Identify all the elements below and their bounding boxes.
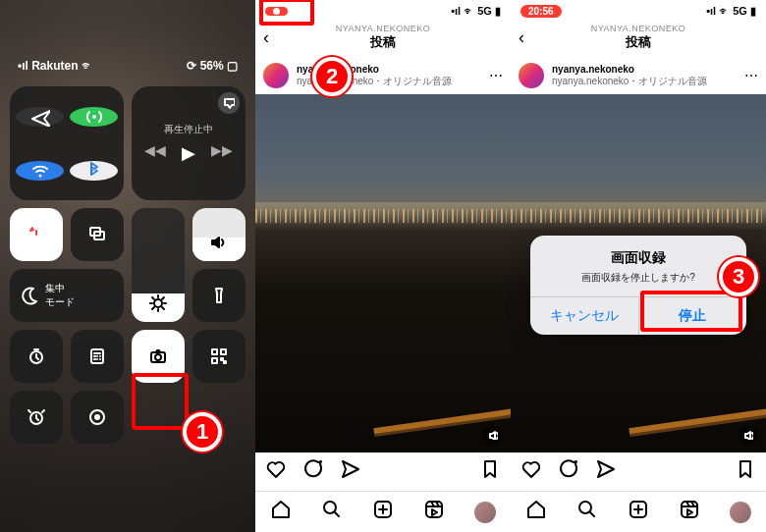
back-button[interactable]: ‹ — [519, 27, 524, 48]
svg-point-13 — [324, 502, 336, 513]
tab-reels[interactable] — [679, 499, 700, 525]
heart-icon — [265, 458, 287, 480]
flashlight[interactable] — [192, 269, 246, 322]
prev-button[interactable]: ◀◀ — [144, 142, 166, 164]
bookmark-icon — [479, 458, 501, 480]
speaker-icon — [209, 233, 229, 255]
connectivity-group — [10, 86, 124, 200]
screen-mirroring[interactable] — [71, 208, 124, 261]
tab-search[interactable] — [576, 499, 598, 525]
tab-reels[interactable] — [423, 499, 445, 525]
save-button[interactable] — [479, 458, 501, 485]
mute-button[interactable] — [483, 425, 503, 445]
time-pill[interactable]: 20:56 — [520, 5, 562, 18]
mute-button[interactable] — [739, 425, 758, 445]
airplay-button[interactable] — [218, 92, 240, 114]
volume-slider[interactable] — [192, 208, 246, 261]
calculator[interactable] — [71, 330, 124, 383]
focus-label: 集中 モード — [45, 282, 75, 309]
search-icon — [576, 499, 598, 520]
status-right: •ıl ᯤ 5G ▮ — [451, 5, 501, 18]
heart-icon — [520, 458, 542, 480]
share-button[interactable] — [340, 458, 361, 485]
share-button[interactable] — [595, 458, 617, 485]
dialog-message: 画面収録を停止しますか? — [542, 271, 735, 285]
post-author-bar: nyanya.nekoneko nyanya.nekoneko・オリジナル音源 … — [255, 57, 511, 94]
mirror-icon — [87, 225, 107, 244]
tab-profile[interactable] — [474, 502, 496, 523]
send-icon — [595, 458, 617, 480]
callout-1-badge: 1 — [183, 412, 222, 452]
instagram-app: •ıl ᯤ 5G ▮ ‹ NYANYA.NEKONEKO 投稿 nyanya.n… — [255, 0, 511, 532]
avatar[interactable] — [263, 63, 289, 88]
tab-home[interactable] — [270, 499, 292, 525]
cellular-toggle[interactable] — [70, 107, 118, 127]
save-button[interactable] — [735, 458, 756, 485]
wifi-toggle[interactable] — [16, 161, 64, 181]
airplay-icon — [223, 97, 235, 109]
control-center-grid: 再生停止中 ◀◀ ▶ ▶▶ — [10, 80, 246, 444]
panel-instagram-recording: •ıl ᯤ 5G ▮ ‹ NYANYA.NEKONEKO 投稿 nyanya.n… — [255, 0, 511, 532]
control-center: •ıl Rakuten ᯤ ⟳ 56% ▢ — [0, 0, 255, 532]
callout-2-badge: 2 — [312, 57, 352, 96]
home-icon — [270, 499, 292, 520]
bluetooth-toggle[interactable] — [70, 161, 118, 181]
music-status: 再生停止中 — [164, 123, 213, 136]
brightness-slider[interactable] — [132, 208, 185, 322]
svg-point-0 — [92, 115, 96, 119]
callout-1-box — [132, 373, 189, 430]
play-button[interactable]: ▶ — [182, 142, 195, 164]
camera-icon — [148, 346, 168, 366]
like-button[interactable] — [265, 458, 287, 485]
post-media[interactable] — [255, 94, 511, 452]
more-button[interactable]: ⋯ — [744, 68, 758, 83]
comment-button[interactable] — [302, 458, 324, 485]
post-username[interactable]: nyanya.nekoneko — [552, 64, 707, 75]
svg-point-5 — [154, 299, 162, 307]
tab-create[interactable] — [372, 499, 394, 525]
alarm-icon — [27, 407, 46, 427]
focus-mode[interactable]: 集中 モード — [10, 269, 124, 322]
tab-home[interactable] — [525, 499, 547, 525]
now-playing[interactable]: 再生停止中 ◀◀ ▶ ▶▶ — [132, 86, 246, 200]
tab-profile[interactable] — [730, 502, 751, 523]
timer[interactable] — [10, 330, 63, 383]
dialog-title: 画面収録 — [542, 249, 735, 267]
record-icon — [87, 407, 107, 427]
flashlight-icon — [209, 286, 229, 305]
panel-instagram-stop-dialog: 20:56 •ıl ᯤ 5G ▮ ‹ NYANYA.NEKONEKO 投稿 ny… — [511, 0, 766, 532]
screen-record[interactable] — [71, 391, 124, 444]
like-button[interactable] — [520, 458, 542, 485]
tab-bar — [255, 491, 511, 532]
avatar[interactable] — [519, 63, 544, 88]
tab-bar — [511, 491, 766, 532]
header-username: NYANYA.NEKONEKO — [336, 24, 431, 33]
airplane-toggle[interactable] — [16, 107, 64, 127]
more-button[interactable]: ⋯ — [489, 68, 503, 83]
reels-icon — [423, 499, 445, 520]
post-header: ‹ NYANYA.NEKONEKO 投稿 — [511, 22, 766, 57]
tab-search[interactable] — [321, 499, 343, 525]
tab-create[interactable] — [628, 499, 649, 525]
svg-point-1 — [38, 174, 41, 177]
header-username: NYANYA.NEKONEKO — [591, 24, 686, 33]
reels-icon — [679, 499, 700, 520]
alarm[interactable] — [10, 391, 63, 444]
mute-icon — [743, 430, 753, 440]
panel-control-center: •ıl Rakuten ᯤ ⟳ 56% ▢ — [0, 0, 255, 532]
post-actions — [255, 452, 511, 491]
post-header: ‹ NYANYA.NEKONEKO 投稿 — [255, 22, 511, 57]
header-title: 投稿 — [370, 33, 396, 51]
post-audio[interactable]: nyanya.nekoneko・オリジナル音源 — [552, 75, 707, 88]
rotation-lock[interactable] — [10, 208, 63, 261]
qr-scanner[interactable] — [192, 330, 246, 383]
next-button[interactable]: ▶▶ — [211, 142, 233, 164]
sun-icon — [148, 293, 168, 316]
back-button[interactable]: ‹ — [263, 27, 269, 48]
battery-label: ⟳ 56% ▢ — [187, 59, 238, 73]
qr-icon — [209, 346, 229, 366]
search-icon — [321, 499, 343, 520]
comment-button[interactable] — [558, 458, 579, 485]
callout-2-box — [259, 0, 314, 26]
dialog-cancel-button[interactable]: キャンセル — [530, 297, 638, 335]
